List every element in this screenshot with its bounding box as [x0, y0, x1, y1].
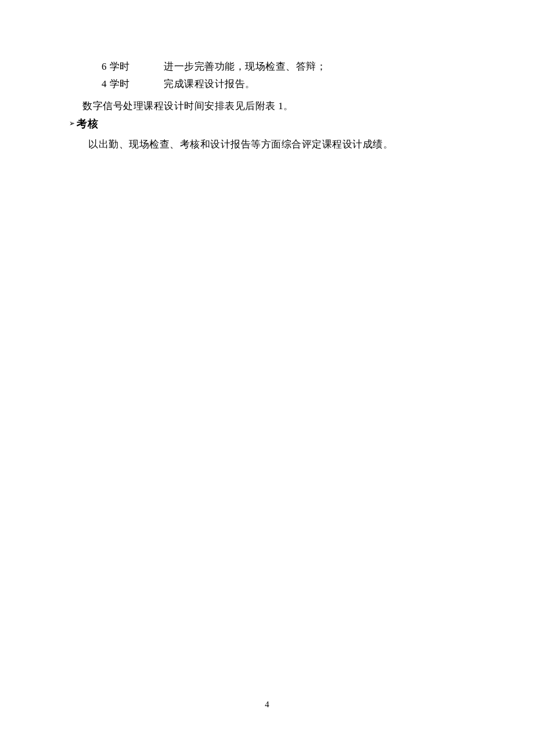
section-heading: 考核: [77, 115, 99, 132]
page: 6 学时 进一步完善功能，现场检查、答辩； 4 学时 完成课程设计报告。 数字信…: [0, 0, 534, 756]
hours-description: 进一步完善功能，现场检查、答辩；: [164, 58, 466, 75]
section-heading-row: ➢ 考核: [68, 115, 466, 132]
hours-label: 4 学时: [102, 75, 164, 93]
hours-label: 6 学时: [102, 58, 164, 75]
schedule-row: 4 学时 完成课程设计报告。: [102, 75, 466, 93]
schedule-note: 数字信号处理课程设计时间安排表见后附表 1。: [82, 98, 466, 115]
bullet-arrow-icon: ➢: [69, 115, 75, 132]
schedule-row: 6 学时 进一步完善功能，现场检查、答辩；: [102, 58, 466, 75]
hours-description: 完成课程设计报告。: [164, 75, 466, 93]
page-number: 4: [0, 700, 534, 710]
section-body: 以出勤、现场检查、考核和设计报告等方面综合评定课程设计成绩。: [88, 136, 466, 153]
